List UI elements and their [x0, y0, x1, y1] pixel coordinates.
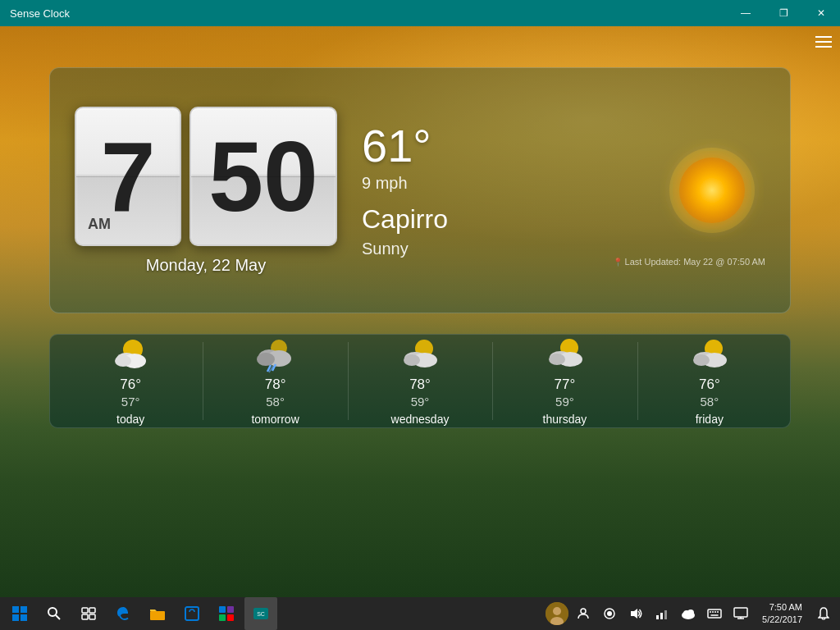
maximize-button[interactable]: ❐: [765, 0, 802, 26]
forecast-label-today: today: [116, 413, 144, 426]
svg-rect-31: [82, 608, 88, 613]
main-panel: 7 AM 50 Monday, 22 May 61° 9 mph Capirro…: [49, 67, 791, 313]
explorer-button[interactable]: [141, 597, 174, 630]
edge-icon: [115, 605, 131, 622]
store-icon: [184, 605, 200, 622]
ampm-label: AM: [88, 216, 111, 233]
app-title: Sense Clock: [0, 7, 70, 20]
network-icon[interactable]: [651, 597, 673, 630]
forecast-panel: 76° 57° today 78° 58° tomorrow: [49, 334, 791, 428]
svg-rect-51: [660, 613, 663, 619]
minimize-button[interactable]: —: [727, 0, 765, 26]
forecast-label-tomorrow: tomorrow: [251, 413, 299, 426]
task-view-button[interactable]: [72, 597, 105, 630]
search-button[interactable]: [38, 597, 71, 630]
svg-rect-62: [734, 608, 747, 617]
svg-point-48: [607, 611, 612, 616]
notification-svg: [818, 607, 829, 620]
svg-rect-56: [708, 609, 721, 618]
hamburger-menu[interactable]: [815, 33, 832, 51]
senseclock-taskbar-button[interactable]: SC: [244, 597, 277, 630]
svg-point-9: [257, 353, 275, 366]
hour-digit: 7: [101, 127, 156, 226]
hamburger-line-3: [815, 46, 832, 48]
senseclock-icon: SC: [253, 605, 269, 622]
hamburger-line-2: [815, 41, 832, 43]
record-svg: [603, 607, 616, 620]
notification-button[interactable]: [812, 597, 835, 630]
close-button[interactable]: ✕: [802, 0, 840, 26]
forecast-tomorrow: 78° 58° tomorrow: [203, 332, 347, 430]
edge-button[interactable]: [107, 597, 139, 630]
task-view-icon: [81, 606, 96, 621]
minute-digit: 50: [208, 127, 317, 226]
hamburger-line-1: [815, 36, 832, 38]
forecast-icon-thursday: [542, 336, 587, 373]
display-svg: [733, 607, 748, 620]
svg-rect-32: [89, 608, 95, 613]
person-icon: [577, 607, 590, 620]
search-icon: [47, 606, 62, 621]
svg-rect-34: [89, 614, 95, 619]
record-icon[interactable]: [598, 597, 621, 630]
svg-rect-33: [82, 614, 88, 619]
windows-icon: [11, 605, 28, 622]
svg-text:SC: SC: [257, 611, 265, 617]
forecast-today: 76° 57° today: [58, 332, 203, 430]
svg-rect-38: [227, 606, 234, 613]
volume-svg: [629, 607, 642, 620]
date-label: Monday, 22 May: [146, 256, 266, 275]
store-button[interactable]: [176, 597, 208, 630]
svg-rect-26: [21, 606, 27, 613]
taskbar-right: 7:50 AM 5/22/2017: [546, 597, 840, 630]
svg-line-30: [56, 615, 60, 619]
svg-point-29: [48, 608, 57, 616]
avatar-image: [546, 602, 568, 625]
svg-point-20: [549, 354, 565, 365]
display-icon[interactable]: [729, 597, 752, 630]
minute-card: 50: [189, 107, 337, 246]
apps-icon: [218, 605, 235, 622]
keyboard-icon[interactable]: [703, 597, 726, 630]
forecast-temps-thursday: 77° 59°: [555, 376, 576, 410]
forecast-thursday: 77° 59° thursday: [492, 332, 637, 430]
svg-rect-40: [227, 614, 234, 621]
cloud-icon[interactable]: [677, 597, 700, 630]
svg-marker-49: [631, 609, 637, 619]
svg-point-55: [687, 609, 694, 616]
svg-point-5: [115, 355, 131, 367]
clock-section: 7 AM 50 Monday, 22 May: [75, 107, 337, 275]
forecast-wednesday: 78° 59° wednesday: [348, 332, 492, 430]
svg-rect-37: [219, 606, 226, 613]
svg-point-1: [679, 158, 745, 223]
svg-rect-25: [12, 606, 19, 613]
taskbar-date: 5/22/2017: [762, 614, 802, 626]
svg-rect-39: [219, 614, 226, 621]
volume-icon[interactable]: [624, 597, 647, 630]
background: 7 AM 50 Monday, 22 May 61° 9 mph Capirro…: [0, 26, 840, 597]
taskbar-clock[interactable]: 7:50 AM 5/22/2017: [756, 601, 809, 627]
network-svg: [655, 607, 669, 620]
title-bar: Sense Clock — ❐ ✕: [0, 0, 840, 26]
svg-rect-50: [656, 615, 659, 619]
forecast-temps-today: 76° 57°: [120, 376, 141, 410]
user-avatar[interactable]: [546, 602, 568, 625]
svg-point-44: [553, 607, 561, 615]
forecast-label-wednesday: wednesday: [391, 413, 450, 426]
forecast-icon-today: [108, 336, 153, 373]
taskbar: SC: [0, 597, 840, 630]
forecast-friday: 76° 58° friday: [637, 332, 782, 430]
svg-rect-27: [12, 614, 19, 621]
user-icon[interactable]: [572, 597, 595, 630]
svg-rect-35: [150, 611, 165, 620]
window-controls: — ❐ ✕: [727, 0, 840, 26]
forecast-temps-tomorrow: 78° 58°: [265, 376, 286, 410]
forecast-icon-tomorrow: [253, 336, 298, 373]
weather-updated: 📍 Last Updated: May 22 @ 07:50 AM: [613, 257, 765, 267]
start-button[interactable]: [3, 597, 36, 630]
taskbar-time: 7:50 AM: [762, 601, 802, 614]
forecast-label-thursday: thursday: [543, 413, 587, 426]
forecast-temps-wednesday: 78° 59°: [409, 376, 431, 410]
explorer-icon: [149, 606, 166, 621]
apps-button[interactable]: [210, 597, 243, 630]
